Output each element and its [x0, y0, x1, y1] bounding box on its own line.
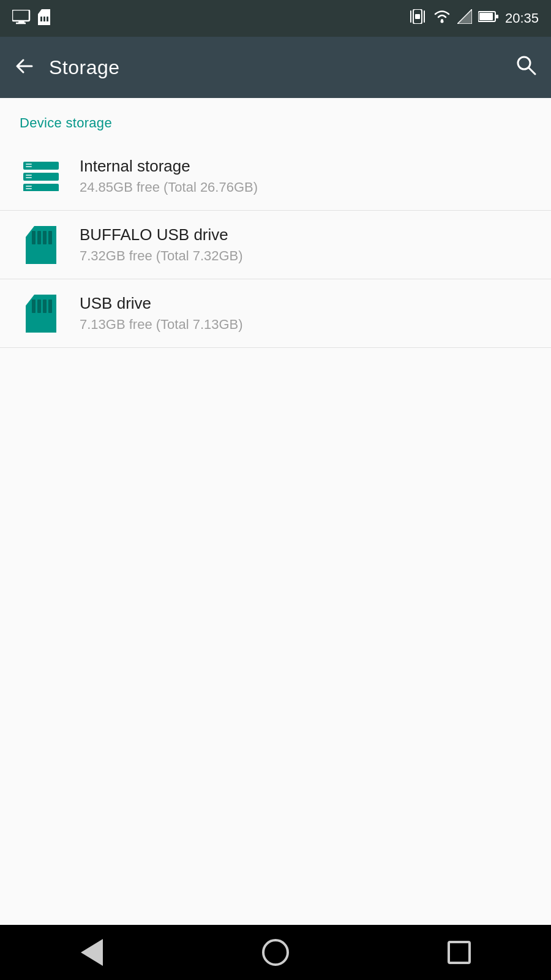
internal-storage-text: Internal storage 24.85GB free (Total 26.… [80, 157, 531, 195]
device-storage-label: Device storage [20, 115, 112, 130]
svg-rect-25 [26, 177, 32, 178]
svg-rect-30 [37, 231, 41, 244]
content-area: Device storage Internal storage 24.85GB … [0, 98, 551, 925]
status-icons-left [12, 9, 50, 28]
svg-rect-31 [43, 231, 47, 244]
vibrate-icon [408, 9, 427, 28]
svg-rect-8 [424, 10, 425, 23]
nav-home-icon [262, 939, 289, 966]
svg-rect-24 [26, 175, 32, 176]
buffalo-usb-name: BUFFALO USB drive [80, 225, 531, 244]
svg-rect-22 [26, 164, 32, 165]
buffalo-usb-item[interactable]: BUFFALO USB drive 7.32GB free (Total 7.3… [0, 211, 551, 279]
nav-home-button[interactable] [251, 934, 300, 971]
search-button[interactable] [515, 55, 536, 80]
usb-drive-text: USB drive 7.13GB free (Total 7.13GB) [80, 294, 531, 333]
usb-drive-detail: 7.13GB free (Total 7.13GB) [80, 317, 531, 333]
svg-rect-32 [48, 231, 52, 244]
status-time: 20:35 [505, 10, 539, 26]
usb-drive-item[interactable]: USB drive 7.13GB free (Total 7.13GB) [0, 279, 551, 348]
wifi-icon [433, 9, 451, 28]
internal-storage-name: Internal storage [80, 157, 531, 176]
usb-drive-icon [20, 295, 62, 333]
buffalo-usb-detail: 7.32GB free (Total 7.32GB) [80, 248, 531, 264]
svg-point-11 [440, 20, 443, 23]
usb-drive-name: USB drive [80, 294, 531, 313]
svg-rect-19 [23, 162, 59, 170]
app-bar: Storage [0, 37, 551, 98]
svg-rect-5 [43, 17, 45, 21]
svg-rect-6 [47, 17, 48, 21]
nav-recents-button[interactable] [435, 934, 484, 971]
page-title: Storage [49, 56, 515, 79]
svg-rect-23 [26, 166, 32, 167]
svg-rect-4 [40, 17, 42, 21]
monitor-icon [12, 10, 31, 27]
buffalo-usb-icon [20, 226, 62, 264]
svg-rect-29 [32, 231, 36, 244]
battery-icon [478, 10, 499, 26]
svg-rect-7 [410, 10, 411, 23]
svg-rect-26 [26, 186, 32, 187]
svg-rect-0 [12, 10, 29, 21]
internal-storage-icon [20, 162, 62, 191]
sd-card-small-icon [38, 9, 50, 28]
svg-rect-16 [479, 13, 493, 20]
svg-rect-20 [23, 173, 59, 181]
nav-recents-icon [448, 941, 471, 964]
status-icons-right: 20:35 [408, 9, 539, 28]
back-button[interactable] [15, 55, 34, 80]
buffalo-usb-text: BUFFALO USB drive 7.32GB free (Total 7.3… [80, 225, 531, 264]
internal-storage-item[interactable]: Internal storage 24.85GB free (Total 26.… [0, 142, 551, 211]
nav-back-icon [81, 939, 103, 966]
svg-rect-37 [48, 300, 52, 313]
svg-rect-10 [415, 14, 420, 19]
svg-rect-21 [23, 184, 59, 191]
signal-icon [457, 9, 472, 28]
internal-storage-detail: 24.85GB free (Total 26.76GB) [80, 179, 531, 195]
svg-rect-15 [496, 15, 498, 18]
svg-rect-34 [32, 300, 36, 313]
svg-rect-36 [43, 300, 47, 313]
status-bar: 20:35 [0, 0, 551, 37]
device-storage-section-header: Device storage [0, 98, 551, 142]
svg-rect-27 [26, 188, 32, 189]
nav-back-button[interactable] [67, 934, 116, 971]
svg-line-18 [529, 68, 535, 74]
nav-bar [0, 925, 551, 980]
svg-rect-35 [37, 300, 41, 313]
